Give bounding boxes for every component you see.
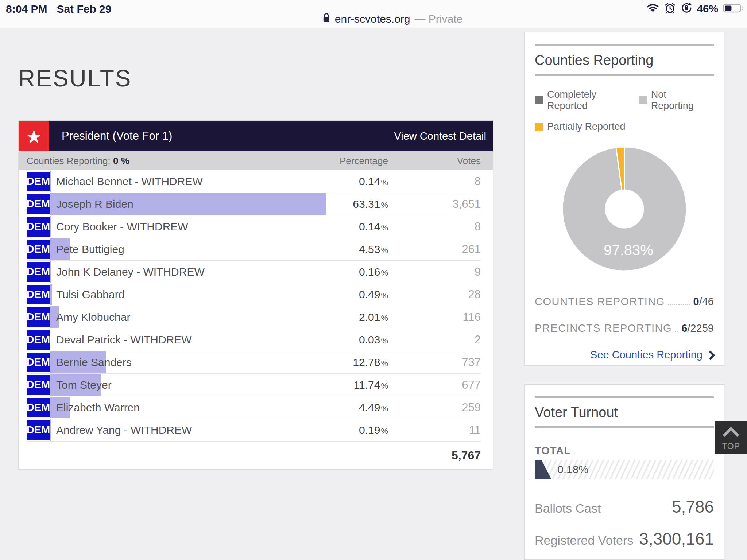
see-counties-reporting-link[interactable]: See Counties Reporting [535,349,714,361]
counties-donut-chart: 97.83% [560,145,689,273]
percentage-value: 0.16 [359,266,380,278]
view-contest-detail-link[interactable]: View Contest Detail [394,121,493,151]
table-row: DEM Elizabeth Warren 4.49% 259 [27,396,481,419]
divider [535,74,714,76]
divider [535,426,714,428]
percentage-value: 11.74 [354,379,380,391]
scroll-to-top-button[interactable]: TOP [715,421,747,454]
ballots-cast-value: 5,786 [672,497,714,517]
privacy-label: — Private [415,13,463,25]
percentage-value: 0.03 [359,334,380,346]
candidate-name: Cory Booker - WITHDREW [50,221,308,233]
counties-reporting-label: Counties Reporting: [27,155,111,166]
stat-label: COUNTIES REPORTING [535,296,665,308]
status-time-date: 8:04 PMSat Feb 29 [6,3,111,15]
table-row: DEM Pete Buttigieg 4.53% 261 [27,238,481,261]
party-badge: DEM [27,398,50,417]
percent-sign: % [381,427,388,436]
candidate-name: Elizabeth Warren [50,401,308,414]
precincts-reporting-stat: PRECINCTS REPORTING 6/2259 [535,322,714,334]
party-badge: DEM [27,330,50,350]
legend-row: Partially Reported [535,121,714,132]
percent-sign: % [381,268,388,277]
turnout-card-title: Voter Turnout [535,405,714,420]
divider [535,44,714,46]
percent-sign: % [381,404,388,413]
turnout-progress-fill [535,460,551,479]
browser-chrome: 8:04 PMSat Feb 29 enr-scvotes.org — Priv… [0,0,747,28]
votes-value: 8 [388,220,481,233]
table-row: DEM Deval Patrick - WITHDREW 0.03% 2 [27,328,481,351]
percentage-cell: 12.78% [308,356,388,369]
candidate-name: Amy Klobuchar [50,311,308,323]
contest-header: President (Vote For 1) View Contest Deta… [19,121,493,151]
percentage-cell: 0.49% [308,288,388,301]
stat-denominator: /46 [699,296,714,307]
percentage-cell: 4.49% [308,401,388,414]
contest-subheader: Counties Reporting: 0 % Percentage Votes [19,151,493,170]
percentage-value: 0.14 [359,175,380,187]
percentage-cell: 4.53% [308,243,388,256]
percentage-cell: 2.01% [308,311,388,323]
party-badge: DEM [27,217,50,237]
percent-sign: % [381,246,388,255]
turnout-percentage: 0.18% [557,463,588,476]
legend-label: Not Reporting [651,89,704,112]
status-date: Sat Feb 29 [57,3,111,15]
registered-voters-label: Registered Voters [535,533,633,548]
percentage-cell: 0.14% [308,221,388,233]
legend-swatch-completely-reported [535,96,543,104]
party-badge: DEM [27,172,50,191]
donut-legend: Completely Reported Not Reporting Partia… [535,89,714,132]
stat-label: PRECINCTS REPORTING [535,322,672,334]
percent-sign: % [381,291,388,300]
table-row: DEM Joseph R Biden 63.31% 3,651 [27,193,481,215]
candidate-name: Deval Patrick - WITHDREW [50,334,308,346]
star-icon [19,121,49,151]
party-badge: DEM [27,240,50,259]
donut-center-label: 97.83% [604,242,653,258]
candidate-name: Bernie Sanders [50,356,308,369]
candidate-name: Tulsi Gabbard [50,288,308,301]
candidate-name: Pete Buttigieg [50,243,308,256]
legend-label: Partially Reported [547,121,626,132]
ballots-cast-row: Ballots Cast 5,786 [535,497,714,517]
address-bar[interactable]: enr-scvotes.org — Private [322,12,462,25]
table-row: DEM Tom Steyer 11.74% 677 [27,374,481,396]
status-icons: 46% [646,2,743,15]
votes-value: 261 [388,243,481,256]
legend-swatch-not-reporting [639,96,647,104]
table-row: DEM Tulsi Gabbard 0.49% 28 [27,283,481,306]
page-title: RESULTS [18,65,132,92]
battery-percentage: 46% [697,3,718,15]
counties-reporting-card: Counties Reporting Completely Reported N… [524,32,724,366]
percentage-value: 0.19 [359,424,380,436]
party-badge: DEM [27,353,50,372]
party-badge: DEM [27,375,50,395]
legend-item-not-reporting: Not Reporting [639,89,704,112]
legend-label: Completely Reported [547,89,629,112]
alarm-icon [664,2,676,15]
candidate-name: Tom Steyer [50,379,308,391]
votes-value: 116 [388,311,481,324]
votes-value: 259 [388,401,481,414]
percentage-value: 12.78 [353,356,380,368]
table-row: DEM Cory Booker - WITHDREW 0.14% 8 [27,215,481,238]
percentage-cell: 11.74% [308,379,388,391]
registered-voters-value: 3,300,161 [639,529,714,549]
screen: 8:04 PMSat Feb 29 enr-scvotes.org — Priv… [0,0,747,560]
table-row: DEM Andrew Yang - WITHDREW 0.19% 11 [27,419,481,442]
party-badge: DEM [27,285,50,304]
candidate-name: Joseph R Biden [50,198,308,210]
votes-value: 3,651 [388,198,481,211]
percentage-value: 63.31 [353,198,380,210]
percentage-cell: 0.16% [308,266,388,278]
votes-value: 8 [388,175,481,188]
url-text: enr-scvotes.org [335,13,410,25]
chevron-up-icon [723,427,739,443]
votes-value: 677 [388,378,481,392]
table-row: DEM Bernie Sanders 12.78% 737 [27,351,481,374]
votes-value: 737 [388,356,481,369]
percentage-value: 0.14 [359,221,380,233]
legend-row: Completely Reported Not Reporting [535,89,714,112]
